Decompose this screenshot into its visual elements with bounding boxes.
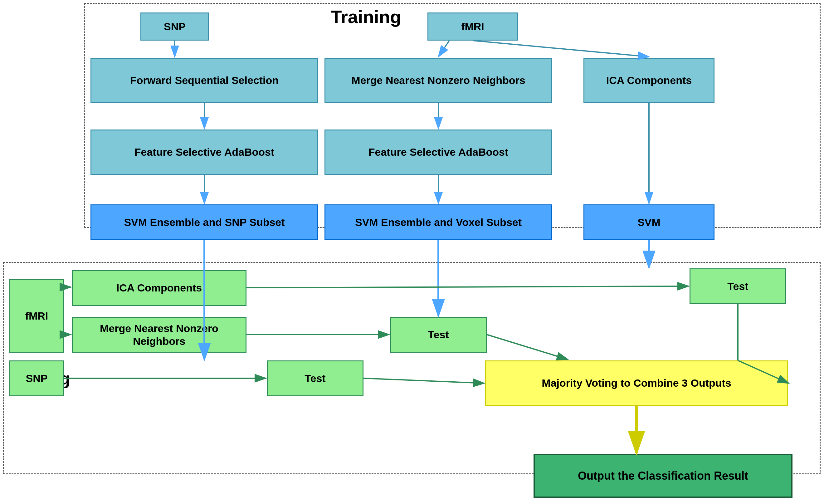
fmri-test-box: fMRI [9, 279, 64, 353]
svm-voxel-box: SVM Ensemble and Voxel Subset [324, 205, 552, 240]
forward-seq-box: Forward Sequential Selection [91, 58, 318, 103]
feature-adaboost1-box: Feature Selective AdaBoost [91, 130, 318, 175]
test1-box: Test [267, 360, 363, 396]
test3-box: Test [689, 268, 786, 304]
merge-test-box: Merge Nearest Nonzero Neighbors [72, 317, 247, 353]
feature-adaboost2-box: Feature Selective AdaBoost [324, 130, 552, 175]
snp-test-box: SNP [9, 360, 64, 396]
svm-box: SVM [583, 205, 715, 240]
test2-box: Test [390, 317, 487, 353]
fmri-input-box: fMRI [427, 12, 518, 41]
merge-nearest-train-box: Merge Nearest Nonzero Neighbors [324, 58, 552, 103]
diagram: Training Testing SNP fMRI Forward Sequen… [0, 0, 829, 504]
svm-snp-box: SVM Ensemble and SNP Subset [91, 205, 318, 240]
training-label: Training [331, 6, 401, 27]
snp-input-box: SNP [140, 12, 209, 41]
output-box: Output the Classification Result [534, 454, 792, 498]
majority-voting-box: Majority Voting to Combine 3 Outputs [485, 360, 788, 406]
ica-train-box: ICA Components [583, 58, 715, 103]
ica-test-box: ICA Components [72, 270, 247, 306]
